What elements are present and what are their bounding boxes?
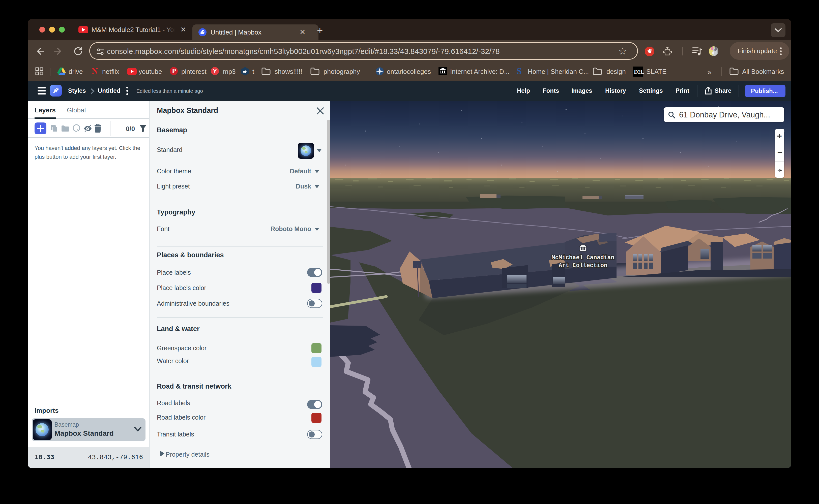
svg-text:Art Collection: Art Collection	[559, 262, 607, 269]
svg-text:McMichael Canadian: McMichael Canadian	[552, 255, 614, 261]
